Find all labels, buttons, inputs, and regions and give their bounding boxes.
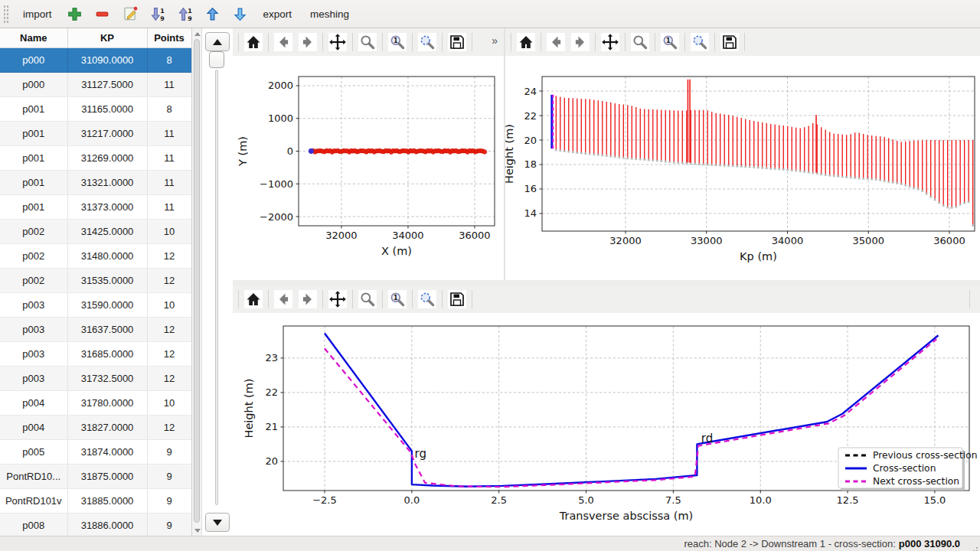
table-cell[interactable]: 9 [147, 440, 191, 465]
table-cell[interactable]: p000 [0, 48, 67, 73]
table-cell[interactable]: 8 [147, 97, 191, 122]
table-row[interactable]: p00331732.500012 [0, 367, 191, 391]
pan-button[interactable] [326, 31, 349, 54]
resize-grip[interactable] [976, 547, 978, 549]
pan-button[interactable] [599, 31, 622, 54]
table-row[interactable]: p00331590.000010 [0, 293, 191, 318]
table-cell[interactable]: PontRD101v [0, 489, 67, 514]
save-button[interactable] [718, 31, 741, 54]
table-row[interactable]: p00031127.500011 [0, 73, 191, 97]
table-cell[interactable]: 11 [147, 195, 191, 220]
table-cell[interactable]: p000 [0, 73, 67, 97]
table-cell[interactable]: p002 [0, 244, 67, 269]
table-row[interactable]: p00231425.000010 [0, 220, 191, 244]
table-row[interactable]: p00431780.000010 [0, 391, 191, 416]
table-cell[interactable]: 31217.0000 [67, 122, 147, 146]
toolbar-overflow-button[interactable]: » [492, 34, 498, 47]
table-row[interactable]: p00131321.000011 [0, 171, 191, 195]
table-cell[interactable]: 31090.0000 [67, 48, 147, 73]
column-header-name[interactable]: Name [0, 28, 67, 48]
scroll-up-button[interactable] [192, 29, 202, 38]
sort-descending-button[interactable]: 19 [148, 4, 168, 24]
toolbar-drag-handle[interactable] [3, 5, 8, 23]
table-cell[interactable]: 31127.5000 [67, 73, 147, 97]
table-cell[interactable]: 12 [147, 244, 191, 269]
table-row[interactable]: p00031090.00008 [0, 48, 191, 73]
table-cell[interactable]: p003 [0, 293, 67, 318]
next-section-button[interactable] [205, 513, 230, 532]
table-row[interactable]: p00231480.000012 [0, 244, 191, 269]
table-cell[interactable]: 10 [147, 391, 191, 416]
table-cell[interactable]: 9 [147, 489, 191, 514]
table-cell[interactable]: 31875.0000 [67, 465, 147, 489]
table-cell[interactable]: p008 [0, 514, 67, 536]
table-cell[interactable]: p005 [0, 440, 67, 465]
home-button[interactable] [242, 31, 265, 54]
edit-cross-section-button[interactable] [120, 4, 140, 24]
move-up-button[interactable] [203, 4, 223, 24]
table-cell[interactable]: p001 [0, 122, 67, 146]
table-cell[interactable]: 9 [147, 514, 191, 536]
table-row[interactable]: p00131373.000011 [0, 195, 191, 220]
table-row[interactable]: p00531874.00009 [0, 440, 191, 465]
table-row[interactable]: PontRD10...31875.00009 [0, 465, 191, 489]
table-row[interactable]: PontRD101v31885.00009 [0, 489, 191, 514]
table-row[interactable]: p00331685.000012 [0, 342, 191, 367]
table-cell[interactable]: PontRD10... [0, 465, 67, 489]
scrollbar-thumb[interactable] [194, 39, 200, 523]
pan-button[interactable] [326, 288, 349, 311]
table-cell[interactable]: p002 [0, 220, 67, 244]
column-header-kp[interactable]: KP [67, 28, 147, 48]
table-cell[interactable]: 12 [147, 269, 191, 293]
table-cell[interactable]: 31590.0000 [67, 293, 147, 318]
table-row[interactable]: p00231535.000012 [0, 269, 191, 293]
table-cell[interactable]: 31165.0000 [67, 97, 147, 122]
cross-section-chart[interactable]: −2.50.02.55.07.510.012.515.020212223Tran… [233, 313, 980, 533]
table-row[interactable]: p00131217.000011 [0, 122, 191, 146]
zoom-original-button[interactable]: 1 [386, 31, 409, 54]
zoom-button[interactable] [629, 31, 652, 54]
zoom-button[interactable] [356, 31, 379, 54]
back-button[interactable] [272, 31, 295, 54]
zoom-button[interactable] [356, 288, 379, 311]
save-button[interactable] [446, 31, 469, 54]
table-cell[interactable]: 31827.0000 [67, 416, 147, 440]
table-cell[interactable]: 11 [147, 73, 191, 97]
table-cell[interactable]: 31637.5000 [67, 318, 147, 342]
table-cell[interactable]: 12 [147, 367, 191, 391]
forward-button[interactable] [296, 288, 319, 311]
home-button[interactable] [242, 288, 265, 311]
table-cell[interactable]: 9 [147, 465, 191, 489]
table-cell[interactable]: 12 [147, 342, 191, 367]
save-button[interactable] [446, 288, 469, 311]
table-cell[interactable]: p004 [0, 391, 67, 416]
move-down-button[interactable] [230, 4, 250, 24]
table-cell[interactable]: 31732.5000 [67, 367, 147, 391]
table-cell[interactable]: 11 [147, 171, 191, 195]
scroll-down-button[interactable] [192, 526, 202, 535]
table-cell[interactable]: p002 [0, 269, 67, 293]
table-cell[interactable]: 11 [147, 146, 191, 171]
export-button[interactable]: export [258, 5, 298, 23]
section-slider-track[interactable] [215, 70, 218, 505]
table-cell[interactable]: 10 [147, 220, 191, 244]
back-button[interactable] [272, 288, 295, 311]
table-row[interactable]: p00131269.000011 [0, 146, 191, 171]
table-cell[interactable]: p003 [0, 318, 67, 342]
longitudinal-profile-chart[interactable]: 3200033000340003500036000141618202224Kp … [505, 56, 980, 276]
plan-view-chart[interactable]: 320003400036000−2000−1000010002000X (m)Y… [233, 56, 504, 276]
table-row[interactable]: p00331637.500012 [0, 318, 191, 342]
zoom-original-button[interactable]: 1 [658, 31, 681, 54]
table-row[interactable]: p00131165.00008 [0, 97, 191, 122]
table-cell[interactable]: 12 [147, 416, 191, 440]
table-cell[interactable]: p003 [0, 342, 67, 367]
table-cell[interactable]: p001 [0, 146, 67, 171]
table-row[interactable]: p00831886.00009 [0, 514, 191, 536]
table-cell[interactable]: 31874.0000 [67, 440, 147, 465]
table-cell[interactable]: 31480.0000 [67, 244, 147, 269]
table-cell[interactable]: 31321.0000 [67, 171, 147, 195]
add-cross-section-button[interactable] [65, 4, 85, 24]
home-button[interactable] [514, 31, 537, 54]
table-scrollbar[interactable] [192, 28, 202, 536]
table-cell[interactable]: p004 [0, 416, 67, 440]
